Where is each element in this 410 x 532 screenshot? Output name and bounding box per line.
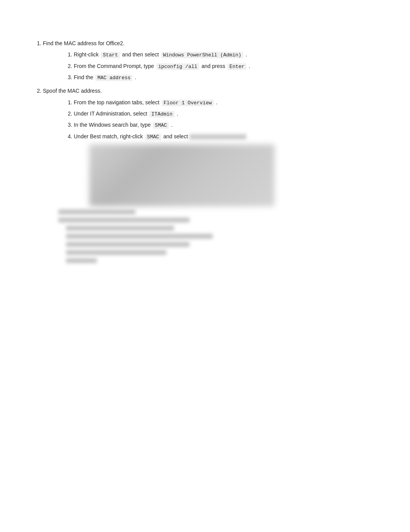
inline-code-powershell: Windows PowerShell (Admin) <box>161 52 243 58</box>
inline-code-itadmin: ITAdmin <box>149 111 175 117</box>
blurred-line-1 <box>58 209 136 214</box>
sub-list-2-item-3: In the Windows search bar, type SMAC . <box>74 120 379 130</box>
main-item-1-text: Find the MAC address for Office2. <box>43 40 124 46</box>
sub-list-1-item-2: From the Command Prompt, type ipconfig /… <box>74 61 379 71</box>
inline-code-mac: MAC address <box>95 75 132 81</box>
main-ordered-list: Find the MAC address for Office2. Right-… <box>31 39 379 263</box>
blurred-continuation <box>58 209 379 263</box>
main-list-item-2: Spoof the MAC address. From the top navi… <box>43 86 379 263</box>
inline-code-enter: Enter <box>227 63 246 70</box>
sub-list-2-item-2: Under IT Administration, select ITAdmin … <box>74 109 379 119</box>
blurred-line-7 <box>66 258 97 263</box>
sub-list-1: Right-click Start and then select Window… <box>43 50 379 82</box>
main-item-2-text: Spoof the MAC address. <box>43 88 102 94</box>
inline-code-ipconfig: ipconfig /all <box>156 63 199 70</box>
blurred-line-5 <box>66 242 190 247</box>
blurred-line-4 <box>66 234 213 239</box>
blurred-line-6 <box>66 250 166 255</box>
inline-code-start: Start <box>101 52 120 58</box>
inline-code-floor1: Floor 1 Overview <box>162 100 214 106</box>
sub-list-1-item-3: Find the MAC address . <box>74 73 379 82</box>
blurred-screenshot <box>89 144 274 206</box>
blurred-text-1 <box>190 134 247 139</box>
document-content: Find the MAC address for Office2. Right-… <box>31 23 379 263</box>
sub-list-2: From the top navigation tabs, select Flo… <box>43 98 379 142</box>
inline-code-smac-2: SMAC <box>145 134 161 140</box>
inline-code-smac: SMAC <box>153 122 169 129</box>
blurred-line-3 <box>66 226 174 231</box>
blurred-line-2 <box>58 218 190 223</box>
sub-list-1-item-1: Right-click Start and then select Window… <box>74 50 379 59</box>
sub-list-2-item-4: Under Best match, right-click SMAC and s… <box>74 132 379 141</box>
sub-list-2-item-1: From the top navigation tabs, select Flo… <box>74 98 379 107</box>
main-list-item-1: Find the MAC address for Office2. Right-… <box>43 39 379 82</box>
